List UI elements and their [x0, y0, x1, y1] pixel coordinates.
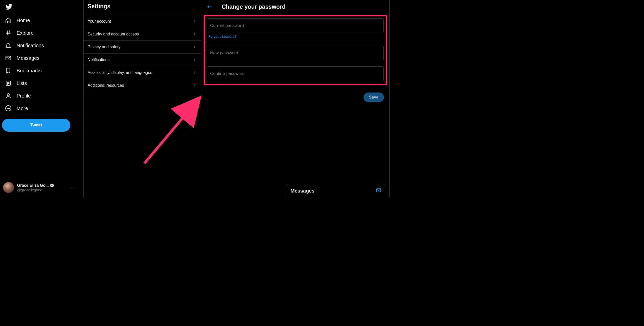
nav-home[interactable]: Home: [2, 14, 33, 27]
settings-title: Settings: [84, 0, 201, 15]
messages-dock-title: Messages: [290, 188, 315, 194]
account-switcher[interactable]: Grace Eliza Go... @gracelizgood ···: [2, 180, 81, 197]
settings-item-label: Additional resources: [88, 83, 124, 88]
svg-line-3: [9, 30, 9, 35]
confirm-password-input[interactable]: [207, 66, 384, 81]
chevron-right-icon: [192, 83, 197, 88]
settings-item-label: Your account: [88, 19, 111, 24]
list-icon: [5, 80, 12, 86]
settings-item-privacy[interactable]: Privacy and safety: [84, 41, 201, 54]
settings-item-label: Notifications: [88, 58, 109, 62]
save-button[interactable]: Save: [364, 92, 384, 102]
nav-lists[interactable]: Lists: [2, 77, 30, 89]
svg-point-13: [9, 108, 10, 109]
annotation-highlight: Forgot password?: [204, 15, 387, 85]
account-handle: @gracelizgood: [17, 188, 54, 192]
nav-profile[interactable]: Profile: [2, 89, 34, 102]
settings-item-account[interactable]: Your account: [84, 15, 201, 28]
detail-panel: Change your password Forgot password? Sa…: [201, 0, 390, 198]
account-name: Grace Eliza Go...: [17, 183, 49, 188]
settings-item-accessibility[interactable]: Accessibility, display, and languages: [84, 66, 201, 79]
bell-icon: [5, 42, 12, 49]
chevron-right-icon: [192, 58, 197, 62]
tweet-button[interactable]: Tweet: [2, 119, 70, 132]
messages-dock[interactable]: Messages: [286, 184, 386, 198]
chevron-right-icon: [192, 19, 197, 24]
nav-label: Lists: [17, 80, 27, 86]
hashtag-icon: [5, 30, 12, 36]
nav-explore[interactable]: Explore: [2, 27, 37, 39]
arrow-left-icon: [207, 4, 212, 9]
nav-label: Profile: [17, 93, 31, 99]
settings-item-label: Accessibility, display, and languages: [88, 70, 152, 75]
twitter-bird-icon: [5, 3, 13, 11]
settings-list: Settings Your account Security and accou…: [84, 0, 201, 198]
nav-label: Notifications: [17, 43, 44, 49]
divider: [205, 42, 386, 42]
forgot-password-link[interactable]: Forgot password?: [207, 33, 237, 39]
settings-item-resources[interactable]: Additional resources: [84, 79, 201, 92]
back-button[interactable]: [205, 3, 214, 11]
settings-item-label: Privacy and safety: [88, 45, 121, 49]
nav-label: Messages: [17, 55, 39, 61]
chevron-right-icon: [192, 45, 197, 49]
account-more-icon[interactable]: ···: [70, 185, 78, 191]
nav-label: More: [17, 106, 28, 111]
bookmark-icon: [5, 67, 12, 74]
twitter-logo[interactable]: [2, 1, 81, 14]
nav-bookmarks[interactable]: Bookmarks: [2, 64, 45, 77]
svg-line-2: [7, 30, 8, 35]
person-icon: [5, 92, 12, 99]
chevron-right-icon: [192, 70, 197, 75]
more-circle-icon: [5, 105, 12, 112]
new-password-input[interactable]: [207, 46, 384, 60]
svg-point-9: [7, 94, 10, 96]
nav-notifications[interactable]: Notifications: [2, 39, 47, 52]
nav-label: Explore: [17, 30, 34, 36]
nav-messages[interactable]: Messages: [2, 52, 42, 64]
svg-point-12: [8, 108, 9, 109]
current-password-input[interactable]: [207, 18, 384, 33]
settings-item-notifications[interactable]: Notifications: [84, 54, 201, 66]
chevron-right-icon: [192, 32, 197, 36]
svg-point-11: [7, 108, 8, 109]
nav-more[interactable]: More: [2, 102, 31, 115]
settings-item-label: Security and account access: [88, 32, 139, 36]
detail-title: Change your password: [222, 4, 285, 10]
verified-badge-icon: [50, 183, 54, 188]
new-message-icon[interactable]: [376, 188, 381, 194]
envelope-icon: [5, 55, 12, 61]
home-icon: [5, 17, 12, 24]
nav-label: Bookmarks: [17, 68, 42, 74]
settings-item-security[interactable]: Security and account access: [84, 28, 201, 41]
nav-label: Home: [17, 18, 30, 23]
avatar: [3, 182, 14, 193]
primary-nav: Home Explore Notifications Messages Book…: [0, 0, 84, 198]
